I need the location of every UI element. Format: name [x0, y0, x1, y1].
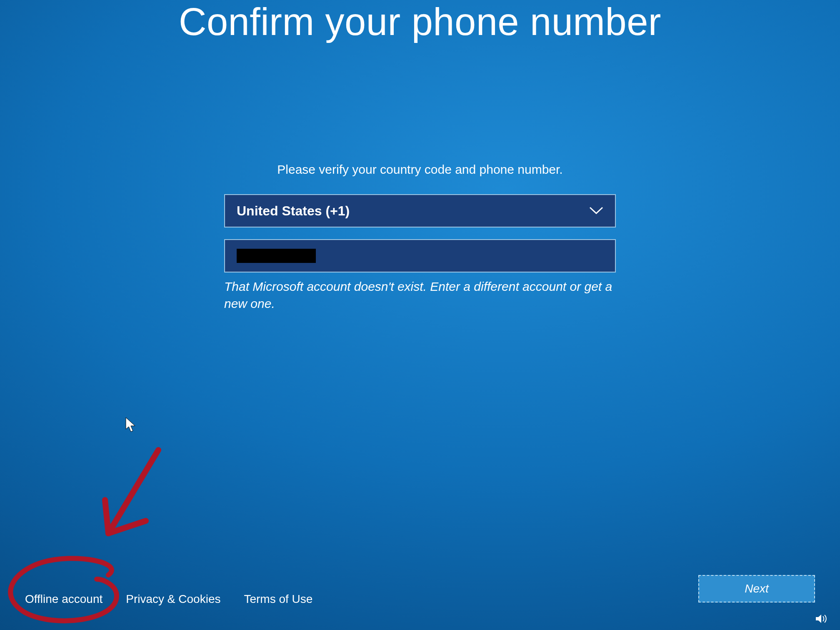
annotation-circle-icon	[0, 550, 133, 625]
signin-form: Please verify your country code and phon…	[224, 162, 616, 312]
cursor-icon	[125, 417, 137, 432]
footer-links: Offline account Privacy & Cookies Terms …	[25, 592, 312, 606]
country-code-select[interactable]: United States (+1)	[224, 194, 616, 228]
phone-number-input[interactable]	[224, 239, 616, 272]
offline-account-link[interactable]: Offline account	[25, 592, 102, 606]
terms-of-use-link[interactable]: Terms of Use	[244, 592, 312, 606]
next-button[interactable]: Next	[698, 575, 815, 602]
country-code-value: United States (+1)	[237, 203, 350, 219]
chevron-down-icon	[589, 207, 603, 215]
instruction-text: Please verify your country code and phon…	[224, 162, 616, 177]
page-title: Confirm your phone number	[0, 0, 840, 44]
annotation-arrow-icon	[75, 442, 183, 550]
privacy-cookies-link[interactable]: Privacy & Cookies	[126, 592, 220, 606]
volume-icon[interactable]	[815, 613, 828, 626]
error-message: That Microsoft account doesn't exist. En…	[224, 278, 616, 312]
redacted-value	[237, 249, 316, 263]
